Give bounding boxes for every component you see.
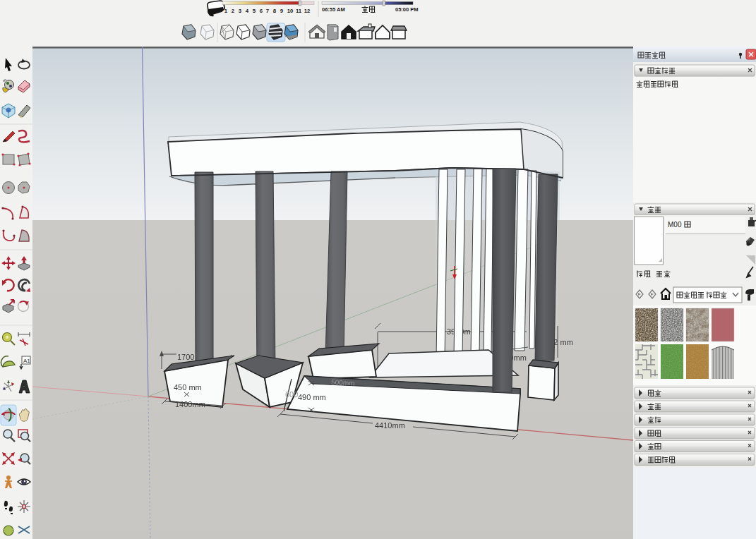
svg-text:490 mm: 490 mm — [298, 393, 326, 401]
svg-text:05:00 PM: 05:00 PM — [395, 6, 419, 13]
svg-text:500mm: 500mm — [331, 378, 355, 387]
svg-text:A1: A1 — [23, 358, 30, 364]
svg-text:450 mm: 450 mm — [174, 383, 202, 392]
svg-text:2: 2 — [232, 8, 235, 14]
svg-text:M00: M00 — [668, 221, 682, 229]
svg-text:1700: 1700 — [177, 353, 194, 361]
svg-text:4: 4 — [246, 8, 249, 14]
svg-text:1400mm: 1400mm — [175, 400, 205, 408]
svg-text:3: 3 — [239, 8, 242, 14]
svg-text:6: 6 — [260, 8, 263, 14]
svg-text:600: 600 — [285, 390, 298, 399]
svg-text:12: 12 — [304, 8, 311, 14]
svg-text:06:55 AM: 06:55 AM — [322, 6, 345, 13]
svg-text:5: 5 — [253, 8, 256, 14]
svg-text:10: 10 — [287, 8, 294, 14]
svg-text:1: 1 — [224, 8, 228, 14]
svg-text:9: 9 — [280, 8, 284, 14]
svg-text:7: 7 — [266, 8, 269, 14]
svg-text:8: 8 — [273, 8, 277, 14]
svg-text:4410mm: 4410mm — [375, 421, 405, 430]
svg-text:11: 11 — [296, 8, 302, 14]
